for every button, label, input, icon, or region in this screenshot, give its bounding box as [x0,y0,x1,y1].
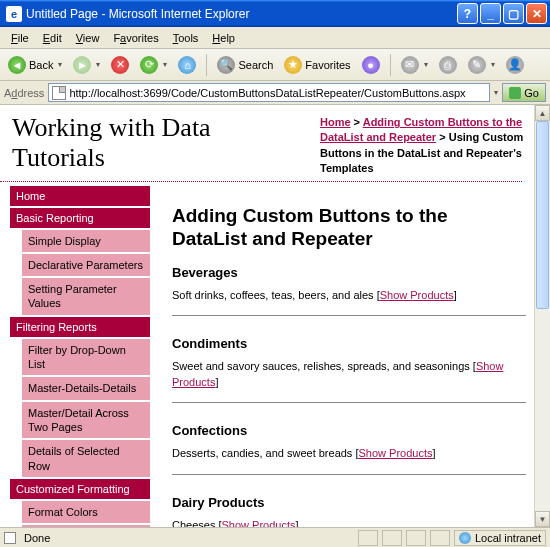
ie-icon: e [6,6,22,22]
category-description: Soft drinks, coffees, teas, beers, and a… [172,288,526,303]
forward-icon: ► [73,56,91,74]
scroll-down-button[interactable]: ▼ [535,511,550,527]
menu-edit[interactable]: Edit [36,30,69,46]
show-products-link[interactable]: Show Products [380,289,454,301]
sidebar-item[interactable]: Simple Display [22,230,150,254]
toolbar: ◄Back ► ✕ ⟳ ⌂ 🔍Search ★Favorites ● ✉ ⎙ ✎… [0,49,550,81]
show-products-link[interactable]: Show Products [172,360,503,387]
sidebar-item[interactable]: Details of Selected Row [22,440,150,479]
sidebar-section[interactable]: Filtering Reports [10,317,150,339]
messenger-icon: 👤 [506,56,524,74]
refresh-icon: ⟳ [140,56,158,74]
category-heading: Beverages [172,265,526,280]
status-segment [358,530,378,546]
menu-bar: File Edit View Favorites Tools Help [0,27,550,49]
edit-button[interactable]: ✎ [464,54,499,76]
zone-icon [459,532,471,544]
status-segment [430,530,450,546]
menu-view[interactable]: View [69,30,107,46]
browser-viewport: Working with Data Tutorials Home > Addin… [0,105,550,527]
history-button[interactable]: ✉ [397,54,432,76]
search-button[interactable]: 🔍Search [213,54,277,76]
sidebar-item[interactable]: Filter by Drop-Down List [22,339,150,378]
home-button[interactable]: ⌂ [174,54,200,76]
category-heading: Dairy Products [172,495,526,510]
address-label: Address [4,87,44,99]
page-icon [4,532,16,544]
status-segment [382,530,402,546]
menu-favorites[interactable]: Favorites [106,30,165,46]
show-products-link[interactable]: Show Products [222,519,296,527]
sidebar-item[interactable]: Declarative Parameters [22,254,150,278]
minimize-button[interactable]: _ [480,3,501,24]
sidebar-item[interactable]: Custom Content in a GridView [22,525,150,527]
back-icon: ◄ [8,56,26,74]
category-heading: Confections [172,423,526,438]
stop-icon: ✕ [111,56,129,74]
forward-button: ► [69,54,104,76]
print-button[interactable]: ⎙ [435,54,461,76]
security-zone: Local intranet [454,530,546,546]
show-products-link[interactable]: Show Products [358,447,432,459]
refresh-button[interactable]: ⟳ [136,54,171,76]
search-icon: 🔍 [217,56,235,74]
favorites-icon: ★ [284,56,302,74]
sidebar-nav: HomeBasic ReportingSimple DisplayDeclara… [0,182,160,527]
address-bar: Address http://localhost:3699/Code/Custo… [0,81,550,105]
page-title: Working with Data Tutorials [0,105,320,179]
maximize-button[interactable]: ▢ [503,3,524,24]
category-description: Sweet and savory sauces, relishes, sprea… [172,359,526,390]
main-heading: Adding Custom Buttons to the DataList an… [172,204,526,252]
sidebar-item[interactable]: Master/Detail Across Two Pages [22,402,150,441]
main-content: Adding Custom Buttons to the DataList an… [160,182,534,527]
menu-file[interactable]: File [4,30,36,46]
sidebar-item[interactable]: Format Colors [22,501,150,525]
go-button[interactable]: Go [502,83,546,102]
breadcrumb-home[interactable]: Home [320,116,351,128]
window-titlebar: e Untitled Page - Microsoft Internet Exp… [0,0,550,27]
category-heading: Condiments [172,336,526,351]
help-button[interactable]: ? [457,3,478,24]
address-input[interactable]: http://localhost:3699/Code/CustomButtons… [48,83,490,102]
sidebar-section[interactable]: Customized Formatting [10,479,150,501]
vertical-scrollbar[interactable]: ▲ ▼ [534,105,550,527]
sidebar-section[interactable]: Basic Reporting [10,208,150,230]
status-bar: Done Local intranet [0,527,550,547]
category-description: Desserts, candies, and sweet breads [Sho… [172,446,526,461]
scroll-thumb[interactable] [536,121,549,309]
history-icon: ✉ [401,56,419,74]
close-button[interactable]: ✕ [526,3,547,24]
messenger-button[interactable]: 👤 [502,54,528,76]
breadcrumb: Home > Adding Custom Buttons to the Data… [320,105,534,181]
status-text: Done [24,532,50,544]
window-title: Untitled Page - Microsoft Internet Explo… [26,7,457,21]
scroll-up-button[interactable]: ▲ [535,105,550,121]
sidebar-item[interactable]: Master-Details-Details [22,377,150,401]
page-icon [52,86,66,100]
separator [390,54,391,76]
address-dropdown-icon[interactable]: ▾ [494,88,498,97]
home-icon: ⌂ [178,56,196,74]
menu-help[interactable]: Help [205,30,242,46]
sidebar-section[interactable]: Home [10,186,150,208]
stop-button[interactable]: ✕ [107,54,133,76]
print-icon: ⎙ [439,56,457,74]
separator [172,402,526,403]
separator [172,315,526,316]
status-segment [406,530,426,546]
media-icon: ● [362,56,380,74]
back-button[interactable]: ◄Back [4,54,66,76]
menu-tools[interactable]: Tools [166,30,206,46]
separator [172,474,526,475]
category-description: Cheeses [Show Products] [172,518,526,527]
favorites-button[interactable]: ★Favorites [280,54,354,76]
sidebar-item[interactable]: Setting Parameter Values [22,278,150,317]
separator [206,54,207,76]
edit-icon: ✎ [468,56,486,74]
media-button[interactable]: ● [358,54,384,76]
